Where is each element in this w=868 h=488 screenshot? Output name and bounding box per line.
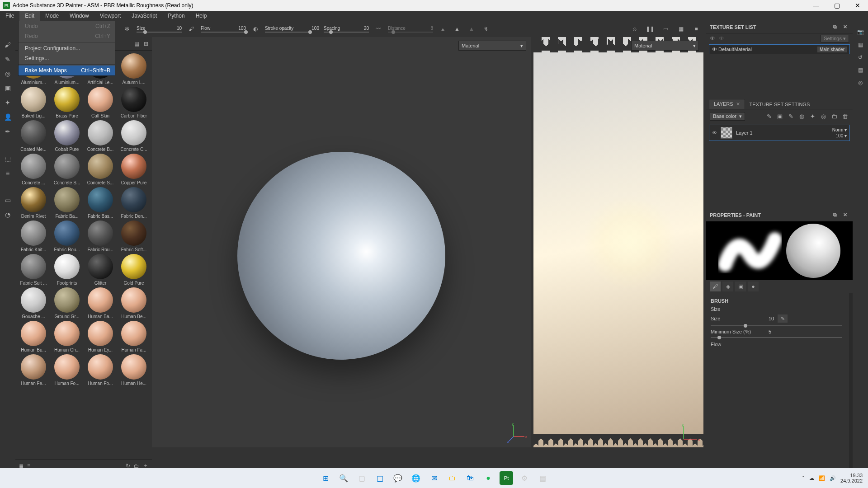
- menu-javascript[interactable]: JavaScript: [126, 11, 162, 21]
- instance-icon[interactable]: ◎: [819, 112, 827, 120]
- material-item[interactable]: Glitter: [85, 254, 116, 286]
- material-item[interactable]: Fabric Bas...: [85, 187, 116, 219]
- material-item[interactable]: Coated Me...: [18, 120, 49, 152]
- shelf-stats-icon[interactable]: ▤: [134, 41, 139, 47]
- channel-dropdown[interactable]: Base color▾: [710, 112, 745, 121]
- history-icon[interactable]: ↺: [858, 54, 863, 61]
- iray-icon[interactable]: ▭: [3, 195, 13, 205]
- tab-texture-set-settings[interactable]: TEXTURE SET SETTINGS: [745, 100, 815, 109]
- material-item[interactable]: Autumn L...: [118, 53, 149, 85]
- material-item[interactable]: Concrete C...: [118, 120, 149, 152]
- size-slider[interactable]: Size10: [137, 26, 182, 33]
- lazy-mouse-icon[interactable]: 〰: [373, 24, 383, 34]
- material-item[interactable]: Fabric Ba...: [52, 187, 82, 219]
- texture-set-item[interactable]: 👁 DefaultMaterial Main shader: [709, 44, 850, 54]
- symmetry-icon[interactable]: ⟁: [438, 24, 448, 34]
- brush-icon[interactable]: 🖌: [186, 24, 196, 34]
- menu-window[interactable]: Window: [64, 11, 94, 21]
- menu-settings[interactable]: Settings...: [19, 53, 115, 63]
- material-item[interactable]: Fabric Den...: [118, 187, 149, 219]
- camera-icon[interactable]: ■: [691, 24, 701, 34]
- 2d-viewport[interactable]: Material▾ u y: [533, 37, 703, 447]
- distance-slider[interactable]: Distance8: [388, 26, 433, 33]
- menu-viewport[interactable]: Viewport: [94, 11, 126, 21]
- effect-icon[interactable]: ✎: [765, 112, 773, 120]
- tab-alpha-icon[interactable]: ◈: [722, 282, 733, 291]
- settings-icon[interactable]: ⚙: [518, 471, 531, 485]
- spotify-icon[interactable]: ●: [481, 471, 495, 485]
- tab-stencil-icon[interactable]: ▣: [735, 282, 746, 291]
- spacing-slider[interactable]: Spacing20: [324, 26, 369, 33]
- material-item[interactable]: Human Fo...: [85, 354, 116, 386]
- shelf-view-icon[interactable]: ⊞: [144, 41, 148, 47]
- brush-preset-icon[interactable]: ✻: [122, 24, 132, 34]
- material-item[interactable]: Cobalt Pure: [52, 120, 82, 152]
- hide-icon[interactable]: ⦸: [630, 24, 640, 34]
- opacity-icon[interactable]: ◐: [250, 24, 260, 34]
- tab-layers[interactable]: LAYERS✕: [709, 99, 745, 109]
- material-item[interactable]: Human Be...: [118, 287, 149, 319]
- material-item[interactable]: Carbon Fiber: [118, 87, 149, 118]
- wrap-icon[interactable]: ↯: [481, 24, 491, 34]
- eraser-tool-icon[interactable]: ✎: [3, 54, 13, 64]
- volume-icon[interactable]: 🔊: [830, 475, 836, 481]
- material-item[interactable]: Copper Pure: [118, 154, 149, 185]
- axis-gizmo-3d[interactable]: x y z: [507, 423, 527, 443]
- material-item[interactable]: Human Fo...: [52, 354, 82, 386]
- clone-tool-icon[interactable]: 👤: [3, 112, 13, 122]
- material-item[interactable]: Brass Pure: [52, 87, 82, 118]
- taskbar-clock[interactable]: 19.33 24.9.2022: [840, 473, 863, 483]
- texture-set-settings-dropdown[interactable]: Settings ▾: [821, 35, 849, 42]
- smudge-tool-icon[interactable]: ✦: [3, 98, 13, 108]
- store-icon[interactable]: 🛍: [463, 471, 477, 485]
- mirror-y-icon[interactable]: ▲: [467, 24, 476, 34]
- material-item[interactable]: Baked Lig...: [18, 87, 49, 118]
- projection-tool-icon[interactable]: ◎: [3, 69, 13, 79]
- search-icon[interactable]: 🔍: [337, 471, 350, 485]
- mirror-icon[interactable]: ▲: [452, 24, 462, 34]
- material-item[interactable]: Fabric Rou...: [52, 221, 82, 252]
- material-item[interactable]: Denim Rivet: [18, 187, 49, 219]
- shader-badge[interactable]: Main shader: [817, 47, 847, 52]
- baking-icon[interactable]: ≡: [3, 168, 13, 178]
- close-button[interactable]: ✕: [847, 0, 868, 11]
- uv-icon[interactable]: ▦: [858, 42, 863, 48]
- layer-thumbnail[interactable]: [721, 127, 732, 139]
- visible-all-icon[interactable]: 👁: [710, 35, 715, 42]
- material-item[interactable]: Concrete B...: [85, 120, 116, 152]
- layer-name[interactable]: Layer 1: [736, 130, 753, 136]
- menu-redo[interactable]: RedoCtrl+Y: [19, 31, 115, 41]
- smart-material-icon[interactable]: ✦: [808, 112, 816, 120]
- paint-tool-icon[interactable]: 🖌: [3, 40, 13, 50]
- polygon-fill-icon[interactable]: ▣: [3, 83, 13, 93]
- explorer-icon[interactable]: 🗀: [445, 471, 459, 485]
- 3d-viewport[interactable]: Material▾ x y z: [152, 37, 531, 447]
- material-item[interactable]: Concrete S...: [52, 154, 82, 185]
- menu-project-configuration[interactable]: Project Configuration...: [19, 43, 115, 53]
- layer-item[interactable]: 👁 Layer 1 Norm ▾ 100 ▾: [709, 125, 850, 141]
- menu-file[interactable]: File: [0, 11, 19, 21]
- min-size-slider[interactable]: [711, 337, 844, 338]
- material-item[interactable]: Calf Skin: [85, 87, 116, 118]
- resource-icon[interactable]: ⬚: [3, 154, 13, 164]
- material-item[interactable]: Fabric Rou...: [85, 221, 116, 252]
- substance-painter-taskbar-icon[interactable]: Pt: [500, 471, 513, 485]
- tab-material-icon[interactable]: ●: [748, 282, 759, 291]
- export-icon[interactable]: ◔: [3, 210, 13, 220]
- visibility-icon[interactable]: 👁: [712, 47, 717, 52]
- pen-pressure-size-icon[interactable]: ✎: [778, 314, 788, 323]
- menu-help[interactable]: Help: [190, 11, 212, 21]
- material-item[interactable]: Human Ch...: [52, 321, 82, 352]
- close-tab-icon[interactable]: ✕: [736, 101, 740, 107]
- tray-chevron-icon[interactable]: ˄: [802, 475, 805, 481]
- folder-icon[interactable]: 🗀: [830, 112, 838, 120]
- onedrive-icon[interactable]: ☁: [809, 475, 814, 481]
- material-item[interactable]: Fabric Soft...: [118, 221, 149, 252]
- material-item[interactable]: Gold Pure: [118, 254, 149, 286]
- delete-layer-icon[interactable]: 🗑: [841, 112, 849, 120]
- viewport-channel-dropdown[interactable]: Material▾: [458, 41, 526, 51]
- teams-icon[interactable]: 💬: [391, 471, 405, 485]
- dock-icon[interactable]: ⧉: [831, 211, 839, 219]
- menu-bake-mesh-maps[interactable]: Bake Mesh MapsCtrl+Shift+B: [19, 66, 115, 75]
- menu-edit[interactable]: Edit: [19, 11, 40, 21]
